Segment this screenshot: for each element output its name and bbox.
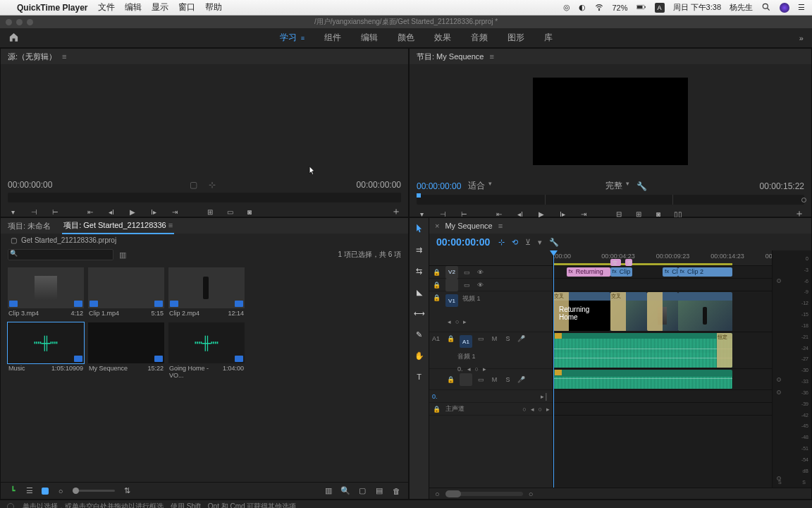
spotlight-icon[interactable]: [761, 2, 771, 13]
src-step-fwd-icon[interactable]: Ⅰ▸: [149, 207, 159, 217]
src-play-icon[interactable]: ▶: [128, 207, 137, 217]
meter-solo-l[interactable]: S: [778, 480, 782, 485]
ripple-edit-tool-icon[interactable]: ⇆: [413, 265, 426, 277]
src-opt1-icon[interactable]: ▢: [190, 180, 197, 190]
siri-icon[interactable]: [780, 3, 789, 13]
src-step-back-icon[interactable]: ◂Ⅰ: [106, 207, 116, 217]
a1-lock-icon[interactable]: 🔒: [446, 335, 455, 342]
a2-target[interactable]: [460, 373, 472, 386]
workspace-graphics[interactable]: 图形: [508, 32, 524, 44]
menu-file[interactable]: 文件: [98, 1, 115, 13]
clock[interactable]: 周日 下午3:38: [673, 2, 721, 13]
program-fit-select[interactable]: 适合: [468, 180, 492, 192]
input-source-icon[interactable]: A: [655, 3, 665, 13]
icon-view-icon[interactable]: [42, 488, 49, 495]
find-icon[interactable]: 🔍: [340, 486, 350, 496]
a1-source[interactable]: A1: [432, 335, 442, 342]
master-lock-icon[interactable]: 🔒: [432, 406, 441, 413]
type-tool-icon[interactable]: T: [413, 370, 426, 383]
v2-lock-icon[interactable]: 🔒: [432, 269, 441, 276]
app-name[interactable]: QuickTime Player: [17, 3, 88, 13]
workspace-learn[interactable]: 学习 ≡: [280, 32, 304, 44]
v1-target[interactable]: V1: [445, 294, 458, 307]
project-tab-getstarted[interactable]: 项目: Get Started_212128336 ≡: [62, 218, 174, 234]
program-res-select[interactable]: 完整: [605, 180, 629, 192]
clip-v1-3[interactable]: [647, 292, 677, 331]
v2-target[interactable]: V2: [445, 266, 458, 279]
bin-clip1[interactable]: Clip 1.mp45:15: [88, 267, 164, 318]
clip-v1-2[interactable]: 交叉: [610, 292, 648, 331]
hand-tool-icon[interactable]: ✋: [413, 349, 426, 362]
menu-help[interactable]: 帮助: [205, 1, 222, 13]
track-v1-strip[interactable]: 交叉Returning Home 交叉: [553, 291, 772, 332]
workspace-assembly[interactable]: 组件: [324, 32, 341, 44]
a2-lock-icon[interactable]: 🔒: [446, 376, 455, 383]
tl-zoom-out-icon[interactable]: ○: [435, 490, 440, 498]
project-search-input[interactable]: [8, 249, 113, 260]
menu-window[interactable]: 窗口: [178, 1, 195, 13]
wifi-icon[interactable]: [594, 2, 604, 13]
trash-icon[interactable]: 🗑: [391, 486, 401, 496]
clip-v1-1[interactable]: 交叉Returning Home: [553, 292, 610, 331]
clip-clip3-title[interactable]: fxClip 3: [663, 267, 678, 277]
a2-mic-icon[interactable]: 🎤: [517, 376, 526, 383]
razor-tool-icon[interactable]: ◣: [413, 286, 426, 298]
pen-tool-icon[interactable]: ✎: [413, 328, 426, 341]
v1-lock-icon[interactable]: 🔒: [432, 294, 441, 301]
src-opt2-icon[interactable]: ⊹: [209, 180, 216, 190]
meter-dot-4[interactable]: [777, 476, 781, 480]
a1-mute[interactable]: M: [490, 335, 499, 342]
v1b-lock-icon[interactable]: 🔒: [432, 282, 441, 289]
tl-collapse-icon[interactable]: ▸│: [541, 393, 548, 400]
selection-tool-icon[interactable]: [413, 222, 426, 235]
clip-clip2-title[interactable]: fxClip 2: [678, 267, 733, 277]
new-item-icon[interactable]: ▤: [374, 486, 384, 496]
screen-record-icon[interactable]: ◎: [563, 3, 570, 12]
automate-icon[interactable]: ▥: [324, 486, 333, 496]
track-select-tool-icon[interactable]: ⇉: [413, 243, 426, 256]
meter-solo-r[interactable]: S: [802, 480, 806, 485]
clip-clip1-title[interactable]: fxClip 1: [610, 267, 632, 277]
workspace-editing[interactable]: 编辑: [361, 32, 378, 44]
program-settings-icon[interactable]: 🔧: [636, 181, 647, 191]
username[interactable]: 杨先生: [730, 2, 753, 13]
src-goto-out-icon[interactable]: ⇥: [170, 207, 180, 217]
src-mark-b-icon[interactable]: ⊢: [50, 207, 60, 217]
src-mark-in-icon[interactable]: ▾: [8, 207, 18, 217]
thumb-size-slider[interactable]: [73, 490, 115, 492]
workspace-effects[interactable]: 效果: [434, 32, 451, 44]
bin-clip2[interactable]: Clip 2.mp412:14: [168, 267, 245, 318]
v2-eye-icon[interactable]: 👁: [476, 269, 485, 276]
freeform-view-icon[interactable]: ○: [56, 486, 66, 496]
source-video-area[interactable]: [1, 64, 408, 179]
tl-zoom-scroll[interactable]: [445, 492, 523, 496]
v1b-eye-icon[interactable]: 👁: [476, 282, 485, 289]
src-goto-in-icon[interactable]: ⇤: [85, 207, 95, 217]
workspace-overflow-icon[interactable]: »: [799, 34, 804, 42]
trans-cross1[interactable]: 交叉溶: [610, 259, 622, 266]
marker-icon[interactable]: ⊻: [525, 238, 531, 247]
sort-icon[interactable]: ⇅: [122, 486, 132, 496]
traffic-min[interactable]: [16, 19, 23, 25]
snap-icon[interactable]: ⊹: [498, 238, 505, 247]
meter-dot-1[interactable]: [777, 279, 781, 283]
v1b-target[interactable]: [445, 279, 458, 291]
menu-edit[interactable]: 编辑: [125, 1, 142, 13]
program-ruler[interactable]: [417, 195, 804, 205]
source-panel-menu-icon[interactable]: ≡: [62, 52, 66, 61]
cc-cloud-icon[interactable]: ◐: [579, 3, 586, 12]
program-video-area[interactable]: [410, 64, 811, 179]
playhead[interactable]: [553, 250, 554, 488]
bin-music[interactable]: ┉╫┉ Music1:05:10909: [8, 322, 84, 380]
track-v2-strip[interactable]: fxReturning Home fxClip 1 交叉溶 交叉 fxClip …: [553, 266, 772, 279]
wrench-icon[interactable]: 🔧: [549, 238, 559, 247]
meter-dot-3[interactable]: [777, 390, 781, 394]
workspace-audio[interactable]: 音频: [471, 32, 488, 44]
program-out-dot[interactable]: [801, 198, 806, 202]
program-in-mark[interactable]: [417, 193, 421, 198]
src-mark-a-icon[interactable]: ⊣: [29, 207, 39, 217]
track-area[interactable]: :00:00 00:00:04:23 00:00:09:23 00:00:14:…: [553, 250, 772, 488]
home-icon[interactable]: [8, 32, 19, 44]
meter-dot-2[interactable]: [777, 377, 781, 382]
src-overwrite-icon[interactable]: ▭: [225, 207, 235, 217]
